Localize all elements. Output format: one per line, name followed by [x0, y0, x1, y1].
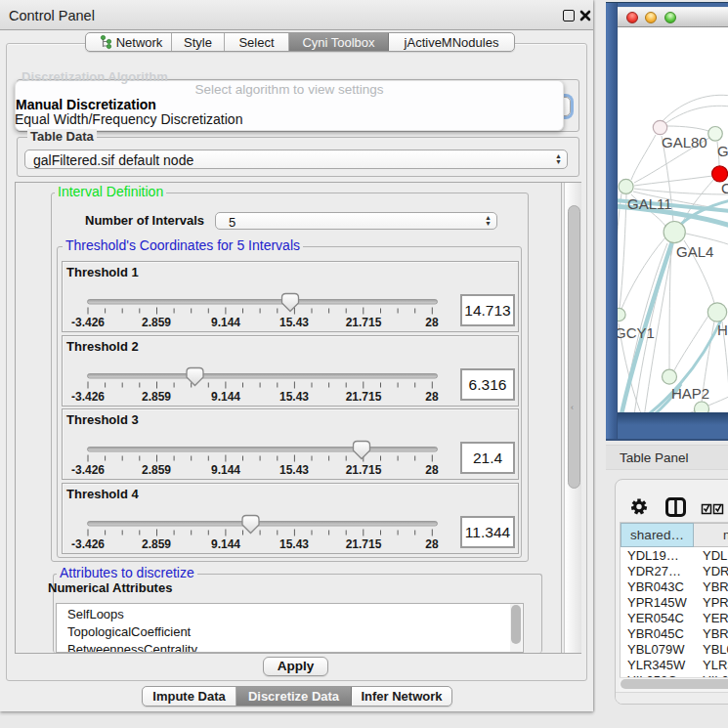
svg-text:H: H — [717, 321, 728, 338]
svg-text:C: C — [721, 180, 728, 196]
svg-text:HAP2: HAP2 — [671, 385, 709, 402]
svg-text:GCY1: GCY1 — [618, 324, 655, 341]
svg-text:GAL4: GAL4 — [676, 243, 713, 260]
svg-text:GAL80: GAL80 — [662, 134, 707, 150]
svg-text:GAL11: GAL11 — [627, 195, 672, 212]
svg-text:GAL...: GAL... — [717, 143, 728, 159]
